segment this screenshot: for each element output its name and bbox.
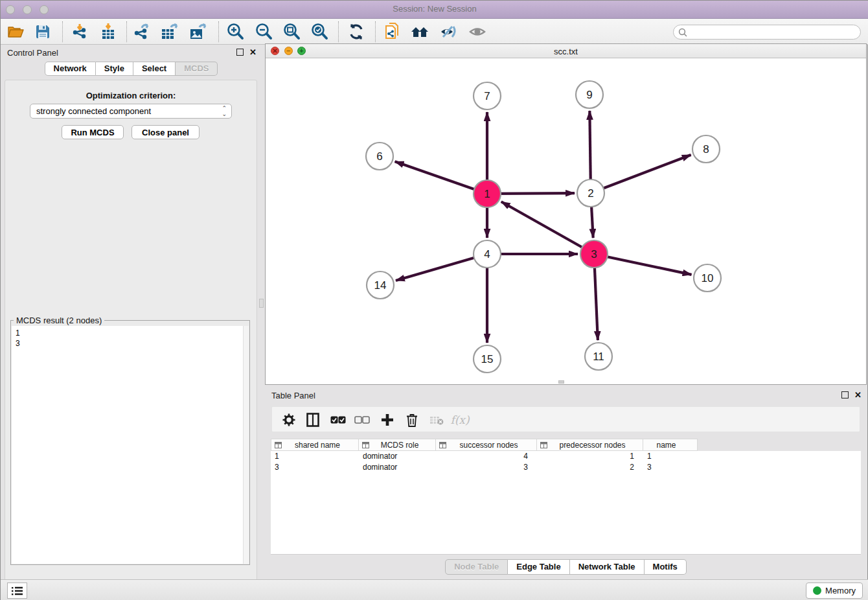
tab-network-table[interactable]: Network Table — [570, 559, 645, 575]
export-table-icon[interactable] — [158, 21, 181, 43]
graph-node-label-1: 1 — [484, 188, 490, 200]
graph-edge-3-10[interactable] — [594, 254, 692, 275]
import-table-icon[interactable] — [97, 21, 120, 43]
column-header-successor-nodes[interactable]: successor nodes — [436, 439, 537, 451]
graph-node-label-10: 10 — [702, 272, 714, 284]
search-icon — [678, 28, 687, 37]
column-header-name[interactable]: name — [643, 439, 698, 451]
table-cell[interactable]: 1 — [643, 451, 698, 462]
control-panel-close-icon[interactable]: ✕ — [249, 49, 257, 56]
import-network-icon[interactable] — [68, 21, 91, 43]
app-title: Session: New Session — [1, 4, 868, 14]
tab-network[interactable]: Network — [45, 62, 96, 76]
table-cell[interactable]: 2 — [537, 462, 643, 473]
table-cell[interactable]: dominator — [359, 451, 436, 462]
control-panel-title: Control Panel — [7, 48, 58, 58]
graph-node-label-8: 8 — [703, 143, 709, 156]
zoom-selected-icon[interactable] — [308, 21, 331, 43]
graph-node-label-3: 3 — [591, 248, 597, 260]
run-mcds-button[interactable]: Run MCDS — [62, 125, 124, 139]
gear-icon[interactable] — [279, 410, 299, 430]
table-body: 1dominator4113dominator323 — [271, 451, 861, 555]
graph-edge-1-6[interactable] — [395, 161, 487, 194]
node-table: shared nameMCDS rolesuccessor nodesprede… — [271, 439, 861, 555]
open-session-icon[interactable] — [4, 21, 27, 43]
table-row[interactable]: 1dominator411 — [271, 451, 861, 462]
mcds-result-title: MCDS result (2 nodes) — [14, 316, 104, 325]
zoom-fit-icon[interactable] — [280, 21, 303, 43]
table-cell[interactable]: dominator — [359, 462, 436, 473]
tab-node-table[interactable]: Node Table — [445, 559, 508, 575]
control-panel: Control Panel ✕ NetworkStyleSelectMCDS O… — [1, 45, 262, 579]
memory-status-icon — [813, 586, 821, 595]
tab-motifs[interactable]: Motifs — [645, 559, 687, 575]
table-cell[interactable]: 4 — [436, 451, 537, 462]
table-tabs: Node TableEdge TableNetwork TableMotifs — [265, 559, 867, 575]
graph-node-label-14: 14 — [374, 279, 387, 292]
application-window: Session: New Session — [0, 0, 868, 600]
table-panel: Table Panel ✕ — [265, 387, 867, 579]
graph-node-label-7: 7 — [484, 90, 490, 102]
mcds-panel: Optimization criterion: strongly connect… — [5, 80, 257, 600]
table-row[interactable]: 3dominator323 — [271, 462, 861, 473]
graph-node-label-6: 6 — [376, 150, 382, 163]
zoom-out-icon[interactable] — [252, 21, 275, 43]
save-session-icon[interactable] — [31, 21, 54, 43]
criterion-dropdown[interactable]: strongly connected component ⌃⌄ — [30, 104, 232, 119]
search-field — [673, 25, 861, 40]
network-list-icon[interactable] — [7, 583, 27, 599]
table-header-row: shared nameMCDS rolesuccessor nodesprede… — [271, 439, 861, 451]
panel-splitter-handle[interactable] — [259, 299, 264, 308]
table-cell[interactable]: 1 — [537, 451, 643, 462]
table-cell[interactable]: 3 — [436, 462, 537, 473]
search-input[interactable] — [687, 25, 860, 39]
export-network-icon[interactable] — [130, 21, 154, 43]
deselect-all-icon[interactable] — [352, 410, 372, 430]
select-all-icon[interactable] — [328, 410, 348, 430]
network-canvas-svg[interactable]: 1234678910111415 — [266, 58, 866, 384]
table-cell[interactable]: 3 — [271, 462, 359, 473]
new-network-from-selection-icon[interactable] — [381, 21, 404, 43]
mcds-result-scrollbar[interactable] — [243, 326, 249, 564]
table-panel-close-icon[interactable]: ✕ — [854, 391, 862, 398]
optimization-criterion-label: Optimization criterion: — [5, 91, 257, 100]
graph-edge-3-1[interactable] — [501, 202, 594, 254]
column-header-predecessor-nodes[interactable]: predecessor nodes — [537, 439, 643, 451]
column-header-MCDS-role[interactable]: MCDS role — [359, 439, 436, 451]
criterion-dropdown-value: strongly connected component — [36, 106, 151, 116]
delete-column-icon[interactable] — [402, 410, 422, 430]
first-neighbors-icon[interactable] — [409, 21, 432, 43]
refresh-icon[interactable] — [345, 21, 368, 43]
column-header-shared-name[interactable]: shared name — [271, 439, 359, 451]
tab-select[interactable]: Select — [133, 62, 176, 76]
hide-selected-icon[interactable] — [437, 21, 461, 43]
table-panel-float-icon[interactable] — [841, 391, 849, 398]
export-image-icon[interactable] — [187, 21, 210, 43]
close-panel-button[interactable]: Close panel — [131, 125, 200, 139]
column-view-icon[interactable] — [303, 410, 323, 430]
graph-node-label-11: 11 — [593, 351, 604, 363]
control-panel-tabs: NetworkStyleSelectMCDS — [1, 62, 262, 76]
tab-style[interactable]: Style — [96, 62, 133, 76]
control-panel-float-icon[interactable] — [236, 49, 244, 56]
network-view-window: ✕ − + scc.txt 1234678910111415 — [265, 43, 867, 385]
graph-node-label-4: 4 — [484, 248, 490, 260]
mcds-result-group: MCDS result (2 nodes) 1 3 — [10, 320, 250, 565]
network-window-titlebar[interactable]: ✕ − + scc.txt — [266, 44, 866, 58]
delete-table-icon[interactable] — [426, 410, 447, 430]
table-cell[interactable]: 3 — [643, 462, 698, 473]
graph-edge-2-8[interactable] — [591, 155, 691, 193]
zoom-in-icon[interactable] — [223, 21, 247, 43]
function-builder-icon[interactable]: f(x) — [450, 410, 470, 430]
memory-button[interactable]: Memory — [806, 583, 863, 599]
add-column-icon[interactable] — [377, 410, 398, 430]
tab-edge-table[interactable]: Edge Table — [508, 559, 569, 575]
graph-node-label-9: 9 — [586, 89, 592, 101]
graph-node-label-15: 15 — [481, 353, 494, 365]
table-cell[interactable]: 1 — [271, 451, 359, 462]
show-all-icon[interactable] — [466, 21, 490, 43]
tab-mcds[interactable]: MCDS — [176, 62, 218, 76]
dropdown-stepper-icon: ⌃⌄ — [222, 106, 227, 117]
canvas-scroll-thumb[interactable] — [558, 380, 564, 384]
mcds-result-list[interactable]: 1 3 — [12, 326, 249, 564]
